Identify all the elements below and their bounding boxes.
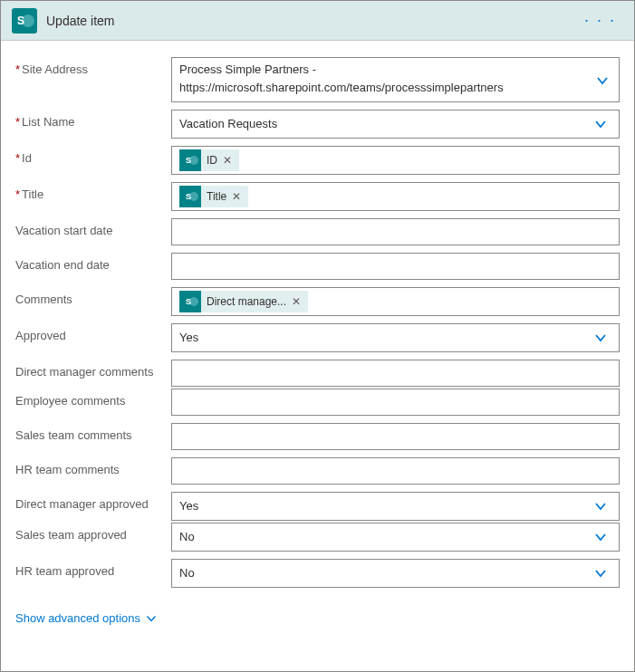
label-list-name: *List Name [15, 110, 171, 129]
form-body: *Site Address Process Simple Partners - … [1, 41, 634, 604]
site-address-dropdown[interactable]: Process Simple Partners - https://micros… [171, 57, 620, 102]
list-name-dropdown[interactable]: Vacation Requests [171, 110, 620, 139]
remove-token-icon[interactable]: ✕ [290, 295, 303, 308]
emp-comments-input[interactable] [171, 389, 620, 416]
sharepoint-icon: S [179, 186, 201, 207]
dm-approved-dropdown[interactable]: Yes [171, 492, 620, 521]
id-input[interactable]: S ID ✕ [171, 146, 620, 175]
label-vacation-start: Vacation start date [15, 218, 171, 237]
label-comments: Comments [15, 287, 171, 306]
list-name-value: Vacation Requests [179, 115, 590, 133]
title-input[interactable]: S Title ✕ [171, 182, 620, 211]
label-emp-comments: Employee comments [15, 389, 171, 408]
direct-manager-token[interactable]: S Direct manage... ✕ [179, 291, 308, 312]
sharepoint-icon: S [179, 149, 201, 171]
label-site-address: *Site Address [15, 57, 171, 76]
card-header: S Update item · · · [1, 1, 634, 41]
chevron-down-icon[interactable] [590, 327, 611, 349]
sharepoint-logo: S [12, 8, 37, 34]
remove-token-icon[interactable]: ✕ [221, 154, 234, 167]
label-approved: Approved [15, 323, 171, 342]
dm-comments-input[interactable] [171, 360, 620, 387]
label-id: *Id [15, 146, 171, 165]
st-approved-value: No [179, 528, 590, 546]
remove-token-icon[interactable]: ✕ [230, 190, 243, 203]
label-hr-comments: HR team comments [15, 457, 171, 476]
label-dm-approved: Direct manager approved [15, 492, 171, 511]
st-approved-dropdown[interactable]: No [171, 523, 620, 552]
sharepoint-icon: S [179, 291, 201, 312]
more-menu-button[interactable]: · · · [577, 7, 623, 34]
st-comments-input[interactable] [171, 423, 620, 450]
site-address-value-line1: Process Simple Partners - [179, 61, 504, 79]
comments-input[interactable]: S Direct manage... ✕ [171, 287, 620, 316]
hr-approved-value: No [179, 564, 590, 582]
vacation-end-input[interactable] [171, 253, 620, 280]
approved-value: Yes [179, 329, 590, 347]
chevron-down-icon[interactable] [590, 526, 611, 548]
chevron-down-icon[interactable] [592, 70, 613, 91]
chevron-down-icon[interactable] [590, 495, 611, 517]
label-title: *Title [15, 182, 171, 201]
dm-approved-value: Yes [179, 497, 590, 515]
show-advanced-options-link[interactable]: Show advanced options [15, 611, 157, 625]
hr-comments-input[interactable] [171, 457, 620, 485]
hr-approved-dropdown[interactable]: No [171, 559, 620, 588]
label-dm-comments: Direct manager comments [15, 360, 171, 379]
title-token[interactable]: S Title ✕ [179, 186, 248, 207]
label-st-comments: Sales team comments [15, 423, 171, 442]
label-st-approved: Sales team approved [15, 523, 171, 542]
chevron-down-icon[interactable] [590, 562, 611, 584]
approved-dropdown[interactable]: Yes [171, 323, 620, 352]
card-title: Update item [46, 14, 577, 28]
label-vacation-end: Vacation end date [15, 253, 171, 272]
id-token[interactable]: S ID ✕ [179, 149, 239, 171]
chevron-down-icon [146, 615, 157, 622]
card-footer: Show advanced options [1, 604, 634, 639]
vacation-start-input[interactable] [171, 218, 620, 245]
chevron-down-icon[interactable] [590, 113, 611, 135]
label-hr-approved: HR team approved [15, 559, 171, 578]
site-address-value-line2: https://microsoft.sharepoint.com/teams/p… [179, 79, 504, 97]
